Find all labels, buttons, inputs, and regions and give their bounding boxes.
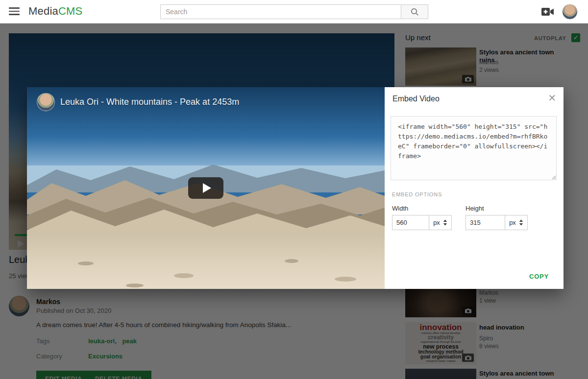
embed-video-modal: Leuka Ori - White mountains - Peak at 24… xyxy=(27,87,564,289)
videocam-plus-icon xyxy=(541,7,555,17)
search-button[interactable] xyxy=(401,4,428,19)
video-preview: Leuka Ori - White mountains - Peak at 24… xyxy=(27,87,385,289)
embed-code-textarea[interactable]: <iframe width="560" height="315" src="ht… xyxy=(391,116,557,180)
height-input[interactable] xyxy=(466,215,505,230)
search-input[interactable] xyxy=(160,4,401,19)
upload-media-button[interactable] xyxy=(541,7,555,17)
search-field-wrap xyxy=(160,4,401,19)
magnifier-icon xyxy=(410,7,419,16)
play-triangle-icon xyxy=(203,183,211,193)
menu-icon[interactable] xyxy=(9,7,20,15)
mediacms-page: MediaCMS Leuka Ori - White mountains xyxy=(0,0,588,379)
close-icon[interactable]: ✕ xyxy=(548,93,556,103)
up-down-arrows-icon xyxy=(443,219,447,226)
height-unit-value: px xyxy=(509,219,516,226)
copy-button[interactable]: COPY xyxy=(529,273,549,280)
height-label: Height xyxy=(466,205,484,212)
width-unit-select[interactable]: px xyxy=(429,215,452,230)
logo-media: Media xyxy=(28,5,58,17)
overlay-video-title: Leuka Ori - White mountains - Peak at 24… xyxy=(60,97,239,107)
width-input[interactable] xyxy=(392,215,429,230)
embed-panel: Embed Video ✕ <iframe width="560" height… xyxy=(385,87,564,289)
embed-options-label: EMBED OPTIONS xyxy=(392,191,442,197)
play-button[interactable] xyxy=(188,177,223,199)
logo-cms: CMS xyxy=(58,5,83,17)
logo[interactable]: MediaCMS xyxy=(28,5,82,18)
width-unit-value: px xyxy=(433,219,440,226)
top-bar: MediaCMS xyxy=(0,0,588,24)
height-unit-select[interactable]: px xyxy=(505,215,528,230)
user-avatar[interactable] xyxy=(562,4,578,20)
up-down-arrows-icon xyxy=(519,219,523,226)
width-label: Width xyxy=(392,205,408,212)
overlay-author-avatar[interactable] xyxy=(37,93,55,111)
modal-title: Embed Video xyxy=(392,95,440,103)
